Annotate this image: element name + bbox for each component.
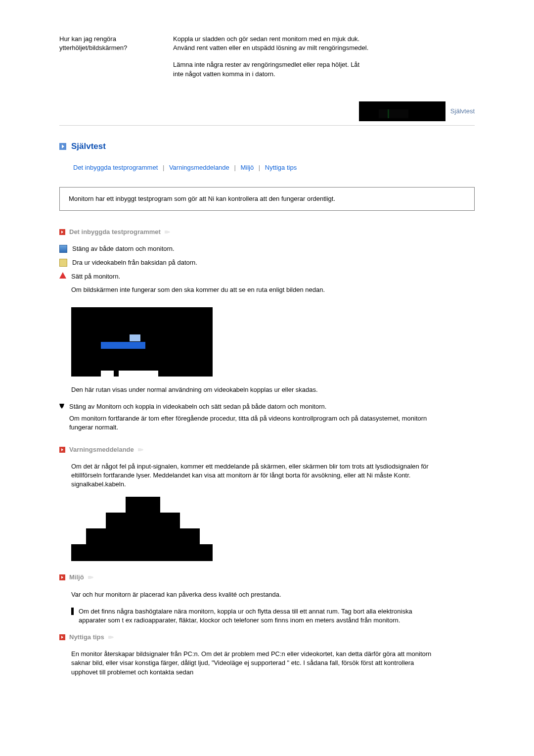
- step-detail: Om bildskärmen inte fungerar som den ska…: [71, 285, 325, 294]
- nav-separator: |: [259, 164, 260, 171]
- subsection-title: Miljö: [69, 573, 84, 582]
- nav-link-varningsmeddelande[interactable]: Varningsmeddelande: [169, 164, 229, 171]
- nav-link-testprogram[interactable]: Det inbyggda testprogrammet: [73, 164, 158, 171]
- subsection-title: Det inbyggda testprogrammet: [69, 228, 161, 236]
- heading-bar-image: [359, 101, 445, 121]
- section-title: Självtest: [71, 141, 106, 152]
- decorative-swoosh-icon: [108, 635, 117, 640]
- subsection-header-miljo: Miljö: [59, 573, 475, 582]
- arrow-right-icon: [59, 447, 65, 453]
- qa-answer-p1: Koppla ur sladden och gör sedan rent mon…: [173, 35, 371, 52]
- section-title-row: Självtest: [59, 141, 475, 152]
- decorative-swoosh-icon: [165, 230, 174, 235]
- nav-link-nyttiga-tips[interactable]: Nyttiga tips: [265, 164, 297, 171]
- step-detail: Om monitorn fortfarande är tom efter för…: [69, 414, 430, 432]
- list-item: Stäng av Monitorn och koppla in videokab…: [59, 402, 475, 440]
- nav-link-miljo[interactable]: Miljö: [240, 164, 254, 171]
- after-image-text: Den här rutan visas under normal användn…: [71, 385, 432, 394]
- list-item: Stäng av både datorn och monitorn.: [59, 244, 475, 253]
- step-text: Stäng av både datorn och monitorn.: [72, 244, 175, 253]
- heading-divider: [59, 125, 475, 126]
- step-text: Sätt på monitorn.: [71, 272, 325, 281]
- steps-list: Stäng av både datorn och monitorn. Dra u…: [59, 244, 475, 302]
- heading-bar-label: Självtest: [450, 107, 475, 116]
- step-text: Dra ur videokabeln från baksidan på dato…: [72, 258, 197, 267]
- page: Hur kan jag rengöra ytterhöljet/bildskär…: [59, 0, 475, 705]
- list-item: Dra ur videokabeln från baksidan på dato…: [59, 258, 475, 267]
- subsection-header-nyttiga-tips: Nyttiga tips: [59, 633, 475, 642]
- warning-icon: [59, 272, 66, 279]
- monitor-icon: [59, 245, 67, 253]
- sub4-body: En monitor återskapar bildsignaler från …: [71, 650, 432, 677]
- qa-answer: Koppla ur sladden och gör sedan rent mon…: [173, 35, 371, 87]
- screenshot-warning-message: [71, 497, 213, 561]
- sub3-p1: Var och hur monitorn är placerad kan påv…: [71, 590, 432, 599]
- heading-bar: Självtest: [59, 101, 475, 121]
- sub3-item: Om det finns några bashögtalare nära mon…: [71, 607, 432, 625]
- cable-icon: [59, 259, 67, 267]
- pin-icon: [59, 404, 64, 409]
- step-body: Stäng av Monitorn och koppla in videokab…: [69, 402, 430, 440]
- screenshot-selftest-box: [71, 307, 213, 377]
- section-nav: Det inbyggda testprogrammet | Varningsme…: [73, 163, 475, 172]
- arrow-right-icon: [59, 143, 66, 150]
- step-text: Stäng av Monitorn och koppla in videokab…: [69, 402, 430, 411]
- bullet-bar-icon: [71, 608, 74, 615]
- arrow-right-icon: [59, 229, 65, 235]
- info-box: Monitorn har ett inbyggt testprogram som…: [59, 187, 475, 211]
- step-body: Sätt på monitorn. Om bildskärmen inte fu…: [71, 272, 325, 302]
- sub2-body: Om det är något fel på input-signalen, k…: [71, 462, 432, 489]
- subsection-title: Nyttiga tips: [69, 633, 104, 642]
- subsection-title: Varningsmeddelande: [69, 445, 134, 454]
- nav-separator: |: [234, 164, 235, 171]
- info-box-text: Monitorn har ett inbyggt testprogram som…: [69, 195, 335, 202]
- list-item: Sätt på monitorn. Om bildskärmen inte fu…: [59, 272, 475, 302]
- nav-separator: |: [163, 164, 164, 171]
- subsection-header-varningsmeddelande: Varningsmeddelande: [59, 445, 475, 454]
- arrow-right-icon: [59, 574, 65, 580]
- qa-answer-p2: Lämna inte några rester av rengöringsmed…: [173, 60, 371, 78]
- arrow-right-icon: [59, 634, 65, 640]
- sub3-p2: Om det finns några bashögtalare nära mon…: [79, 607, 432, 625]
- decorative-swoosh-icon: [138, 447, 147, 452]
- subsection-header-testprogram: Det inbyggda testprogrammet: [59, 228, 475, 236]
- qa-question: Hur kan jag rengöra ytterhöljet/bildskär…: [59, 35, 158, 87]
- decorative-swoosh-icon: [88, 575, 97, 580]
- steps-list-2: Stäng av Monitorn och koppla in videokab…: [59, 402, 475, 440]
- qa-row: Hur kan jag rengöra ytterhöljet/bildskär…: [59, 35, 475, 87]
